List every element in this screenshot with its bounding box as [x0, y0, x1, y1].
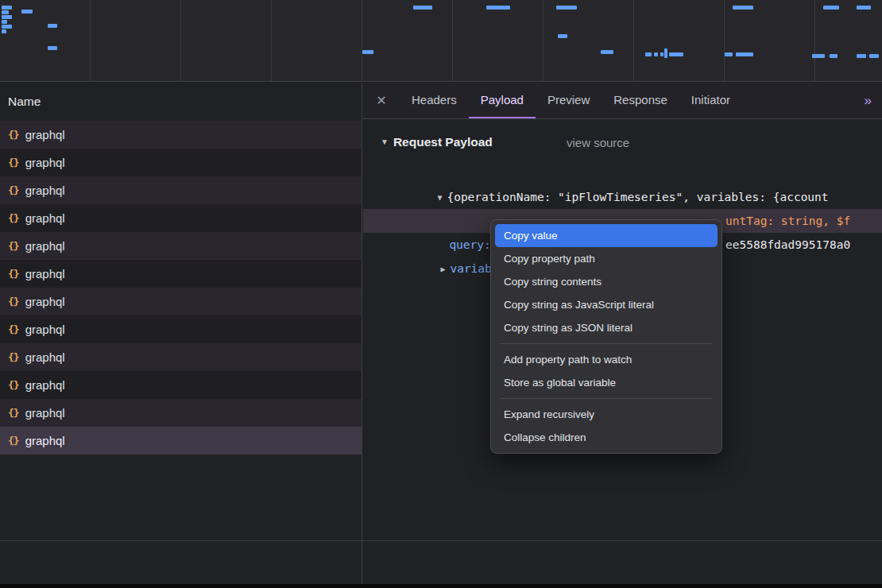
request-row[interactable]: {}graphql	[0, 288, 362, 315]
timeline-bar	[2, 25, 12, 29]
menu-separator	[501, 398, 712, 399]
menu-item[interactable]: Store as global variable	[495, 371, 718, 394]
name-column-label: Name	[8, 95, 41, 109]
request-row[interactable]: {}graphql	[0, 399, 362, 427]
json-icon: {}	[8, 268, 19, 280]
timeline-bar	[362, 50, 373, 54]
timeline-bar	[857, 6, 871, 10]
json-icon: {}	[8, 296, 19, 308]
timeline-bar	[654, 52, 658, 56]
request-label: graphql	[25, 323, 65, 336]
timeline-bar	[48, 24, 57, 28]
request-label: graphql	[25, 128, 65, 141]
json-icon: {}	[8, 184, 19, 196]
json-icon: {}	[8, 129, 19, 141]
menu-item[interactable]: Copy string as JavaScript literal	[495, 293, 718, 316]
menu-item[interactable]: Collapse children	[495, 426, 718, 449]
request-payload-section[interactable]: ▼ Request Payload	[381, 131, 493, 153]
request-label: graphql	[25, 184, 65, 197]
timeline-bar	[830, 54, 838, 58]
timeline-bar	[812, 54, 825, 58]
horizontal-divider	[0, 540, 882, 541]
tab-initiator[interactable]: Initiator	[679, 83, 742, 118]
timeline-bar	[486, 6, 510, 10]
menu-separator	[501, 343, 712, 344]
timeline-bar	[556, 6, 577, 10]
request-label: graphql	[25, 239, 65, 253]
detail-tabbar: ✕ HeadersPayloadPreviewResponseInitiator…	[363, 83, 882, 119]
bottom-edge-bar	[0, 584, 882, 588]
request-row[interactable]: {}graphql	[0, 204, 362, 232]
json-icon: {}	[8, 323, 19, 335]
timeline-bar	[869, 54, 879, 58]
tab-response[interactable]: Response	[602, 83, 679, 118]
json-icon: {}	[8, 379, 19, 391]
payload-operation-row[interactable]: operationName: "ipFlowTimeseries"	[363, 185, 882, 209]
triangle-right-icon[interactable]: ▶	[440, 265, 445, 273]
triangle-down-icon[interactable]: ▼	[381, 137, 389, 146]
request-label: graphql	[25, 295, 65, 308]
json-icon: {}	[8, 435, 19, 447]
timeline-bar	[645, 52, 652, 56]
view-source-label: view source	[567, 136, 629, 149]
request-label: graphql	[25, 156, 65, 169]
menu-item[interactable]: Add property path to watch	[495, 348, 718, 371]
request-label: graphql	[25, 350, 65, 364]
menu-item[interactable]: Copy string as JSON literal	[495, 316, 718, 339]
property-value-continued: ee5588fdad995178a0	[725, 233, 850, 257]
chevron-double-right-icon: »	[865, 93, 871, 109]
timeline-bar	[733, 6, 753, 10]
request-row[interactable]: {}graphql	[0, 343, 362, 371]
more-tabs-button[interactable]: »	[853, 83, 882, 118]
timeline-bar	[558, 34, 567, 38]
menu-item[interactable]: Copy value	[495, 224, 718, 247]
menu-item[interactable]: Copy property path	[495, 247, 718, 270]
section-title: Request Payload	[393, 135, 493, 149]
json-icon: {}	[8, 157, 19, 168]
request-row[interactable]: {}graphql	[0, 260, 362, 288]
timeline-bar	[2, 29, 6, 33]
tab-preview[interactable]: Preview	[536, 83, 602, 118]
timeline-bar	[736, 52, 753, 56]
request-row[interactable]: {}graphql	[0, 315, 362, 343]
json-icon: {}	[8, 212, 19, 224]
request-list: {}graphql{}graphql{}graphql{}graphql{}gr…	[0, 121, 362, 455]
payload-summary-row[interactable]: ▼{operationName: "ipFlowTimeseries", var…	[363, 161, 882, 185]
request-list-pane: Name {}graphql{}graphql{}graphql{}graphq…	[0, 83, 362, 584]
context-menu: Copy valueCopy property pathCopy string …	[490, 219, 722, 454]
timeline-bar	[601, 50, 613, 54]
timeline-bar	[857, 54, 866, 58]
json-icon: {}	[8, 240, 19, 252]
timeline-bar	[2, 20, 7, 24]
timeline-bar	[48, 46, 57, 50]
timeline-bar	[2, 15, 12, 19]
timeline-bar	[725, 52, 733, 56]
menu-item[interactable]: Expand recursively	[495, 403, 718, 426]
request-row[interactable]: {}graphql	[0, 427, 362, 455]
request-label: graphql	[25, 434, 65, 447]
close-icon: ✕	[376, 93, 386, 108]
menu-item[interactable]: Copy string contents	[495, 270, 718, 293]
tab-headers[interactable]: Headers	[400, 83, 469, 118]
request-label: graphql	[25, 267, 65, 280]
close-detail-button[interactable]: ✕	[363, 83, 400, 118]
network-overview-strip[interactable]	[0, 0, 882, 82]
timeline-bar	[2, 6, 12, 10]
request-row[interactable]: {}graphql	[0, 121, 362, 149]
request-row[interactable]: {}graphql	[0, 371, 362, 399]
view-source-link[interactable]: view source	[567, 131, 629, 153]
name-column-header[interactable]: Name	[0, 83, 362, 121]
request-label: graphql	[25, 378, 65, 392]
timeline-bar	[413, 6, 432, 10]
timeline-bar	[669, 52, 683, 56]
json-icon: {}	[8, 351, 19, 363]
timeline-bar	[2, 10, 9, 14]
request-row[interactable]: {}graphql	[0, 149, 362, 176]
timeline-bar	[660, 52, 663, 56]
request-row[interactable]: {}graphql	[0, 232, 362, 260]
tab-payload[interactable]: Payload	[469, 83, 536, 118]
timeline-bar	[21, 10, 33, 14]
json-icon: {}	[8, 407, 19, 419]
request-row[interactable]: {}graphql	[0, 176, 362, 204]
request-label: graphql	[25, 406, 65, 420]
